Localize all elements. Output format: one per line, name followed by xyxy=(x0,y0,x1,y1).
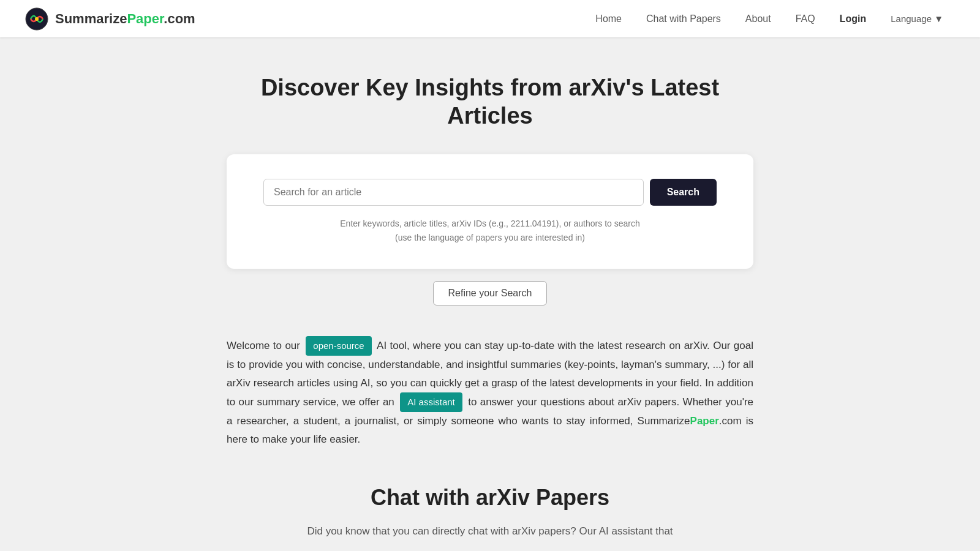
nav-item-home[interactable]: Home xyxy=(583,0,634,37)
search-card: Search Enter keywords, article titles, a… xyxy=(227,154,753,269)
chat-section-desc: Did you know that you can directly chat … xyxy=(227,523,753,541)
nav-menu: Home Chat with Papers About FAQ Login La… xyxy=(583,0,956,37)
refine-search-button[interactable]: Refine your Search xyxy=(433,281,548,305)
ai-assistant-badge: AI assistant xyxy=(400,392,462,412)
chat-section: Chat with arXiv Papers Did you know that… xyxy=(227,485,753,541)
refine-container: Refine your Search xyxy=(227,281,753,305)
navbar: SummarizePaper.com Home Chat with Papers… xyxy=(0,0,980,37)
search-input[interactable] xyxy=(263,179,644,206)
welcome-text-before-badge1: Welcome to our xyxy=(227,340,300,351)
nav-item-chat-with-papers[interactable]: Chat with Papers xyxy=(634,0,733,37)
main-content: Discover Key Insights from arXiv's Lates… xyxy=(214,37,766,551)
brand-name: SummarizePaper.com xyxy=(55,11,195,27)
search-row: Search xyxy=(263,179,717,206)
welcome-brand-inline: Paper xyxy=(690,415,719,427)
brand-logo[interactable]: SummarizePaper.com xyxy=(24,7,195,31)
nav-item-about[interactable]: About xyxy=(733,0,783,37)
open-source-badge: open-source xyxy=(306,336,371,356)
search-button[interactable]: Search xyxy=(650,179,717,206)
page-title: Discover Key Insights from arXiv's Lates… xyxy=(227,74,753,130)
svg-point-1 xyxy=(35,17,39,21)
welcome-section: Welcome to our open-source AI tool, wher… xyxy=(227,336,753,449)
chat-section-title: Chat with arXiv Papers xyxy=(227,485,753,511)
nav-item-login[interactable]: Login xyxy=(827,0,879,37)
search-hint: Enter keywords, article titles, arXiv ID… xyxy=(263,217,717,244)
nav-item-language[interactable]: Language ▼ xyxy=(878,0,956,37)
nav-item-faq[interactable]: FAQ xyxy=(783,0,827,37)
logo-icon xyxy=(24,7,49,31)
